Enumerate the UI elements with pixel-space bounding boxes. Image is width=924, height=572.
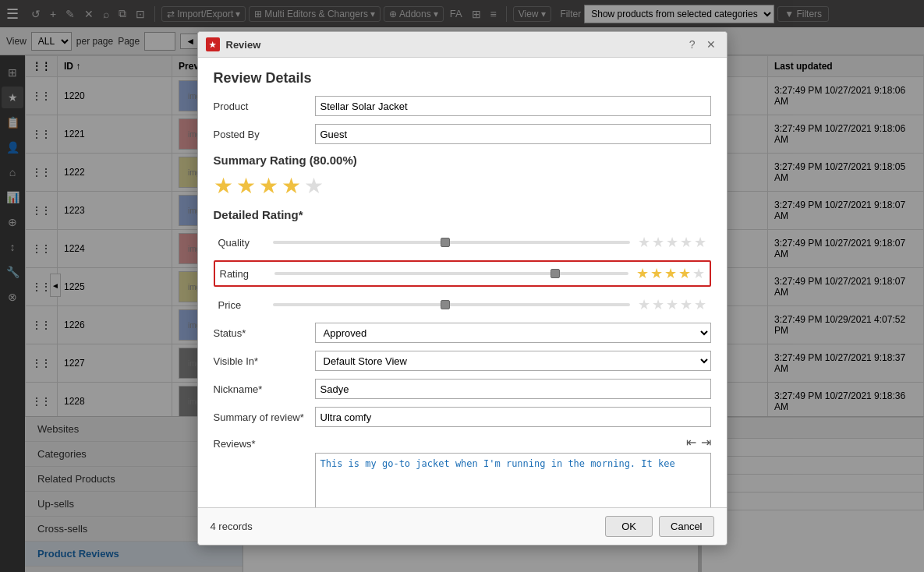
rating-track (273, 303, 630, 306)
posted-by-label: Posted By (214, 129, 307, 140)
status-row: Status* ApprovedPendingNot Approved (214, 323, 711, 343)
visible-in-label: Visible In* (214, 355, 307, 367)
product-label: Product (214, 101, 307, 112)
cancel-button[interactable]: Cancel (659, 516, 713, 537)
detailed-rating-title: Detailed Rating* (214, 208, 711, 221)
rating-star: ★ (664, 265, 677, 282)
records-count: 4 records (211, 521, 253, 532)
ok-button[interactable]: OK (605, 516, 653, 537)
rating-star: ★ (666, 296, 678, 313)
modal-overlay: ★ Review ? ✕ Review Details Product Post… (0, 0, 924, 572)
rating-star: ★ (652, 234, 664, 251)
modal-close-btn[interactable]: ✕ (703, 37, 719, 52)
rating-slider[interactable] (274, 266, 628, 281)
summary-review-input[interactable] (315, 407, 711, 427)
rating-star: ★ (680, 234, 692, 251)
nickname-input[interactable] (315, 379, 711, 399)
rtl-btn[interactable]: ⇤ (686, 435, 696, 450)
modal-header-actions: ? ✕ (686, 37, 719, 52)
reviews-textarea[interactable] (315, 453, 711, 507)
ltr-btn[interactable]: ⇥ (701, 435, 711, 450)
modal-title: Review (226, 39, 261, 51)
nickname-label: Nickname* (214, 383, 307, 395)
rating-handle[interactable] (551, 269, 560, 278)
visible-in-row: Visible In* Default Store ViewAll Store … (214, 351, 711, 371)
rating-star: ★ (678, 265, 691, 282)
rating-slider[interactable] (273, 235, 630, 250)
rating-star: ★ (652, 296, 664, 313)
rating-stars: ★★★★★ (638, 234, 706, 251)
footer-btns: OK Cancel (605, 516, 713, 537)
rating-handle[interactable] (441, 238, 450, 247)
rating-star: ★ (666, 234, 678, 251)
rating-star: ★ (638, 296, 650, 313)
posted-by-input[interactable] (315, 124, 711, 144)
status-select[interactable]: ApprovedPendingNot Approved (315, 323, 711, 343)
summary-review-row: Summary of review* (214, 407, 711, 427)
reviews-label: Reviews* (214, 438, 307, 450)
product-row: Product (214, 96, 711, 116)
summary-star-2[interactable]: ★ (236, 173, 256, 199)
stars-row: ★★★★★ (214, 173, 711, 199)
review-details-title: Review Details (214, 70, 711, 87)
product-input[interactable] (315, 96, 711, 116)
rating-row-price: Price ★★★★★ (214, 293, 711, 316)
summary-rating-title: Summary Rating (80.00%) (214, 154, 711, 167)
rating-track (273, 241, 630, 244)
rating-star: ★ (694, 296, 706, 313)
summary-review-label: Summary of review* (214, 411, 307, 423)
rating-label: Price (218, 299, 265, 311)
rating-track (274, 272, 628, 275)
rating-star: ★ (638, 234, 650, 251)
rating-stars: ★★★★★ (638, 296, 706, 313)
posted-by-row: Posted By (214, 124, 711, 144)
summary-star-4[interactable]: ★ (281, 173, 301, 199)
modal-icon: ★ (206, 37, 220, 51)
modal-help-btn[interactable]: ? (686, 37, 699, 52)
modal-body: Review Details Product Posted By Summary… (198, 58, 727, 507)
rating-slider[interactable] (273, 297, 630, 312)
rating-star: ★ (692, 265, 705, 282)
summary-star-5[interactable]: ★ (304, 173, 324, 199)
rating-handle[interactable] (441, 300, 450, 309)
summary-star-1[interactable]: ★ (214, 173, 233, 199)
nickname-row: Nickname* (214, 379, 711, 399)
modal-title-area: ★ Review (206, 37, 261, 51)
visible-in-select[interactable]: Default Store ViewAll Store Views (315, 351, 711, 371)
review-modal: ★ Review ? ✕ Review Details Product Post… (197, 31, 728, 546)
rating-label: Quality (218, 237, 265, 249)
rating-row-quality: Quality ★★★★★ (214, 231, 711, 254)
modal-footer: 4 records OK Cancel (198, 507, 727, 545)
modal-header: ★ Review ? ✕ (198, 32, 727, 58)
textarea-toolbar: ⇤ ⇥ (315, 435, 711, 450)
reviews-textarea-container: ⇤ ⇥ (315, 435, 711, 507)
reviews-row: Reviews* ⇤ ⇥ (214, 435, 711, 507)
rating-row-rating: Rating ★★★★★ (214, 260, 711, 287)
rating-star: ★ (636, 265, 649, 282)
rating-stars: ★★★★★ (636, 265, 705, 282)
rating-star: ★ (650, 265, 663, 282)
summary-star-3[interactable]: ★ (259, 173, 278, 199)
rating-label: Rating (220, 268, 267, 280)
rating-star: ★ (680, 296, 692, 313)
rating-star: ★ (694, 234, 706, 251)
status-label: Status* (214, 327, 307, 339)
